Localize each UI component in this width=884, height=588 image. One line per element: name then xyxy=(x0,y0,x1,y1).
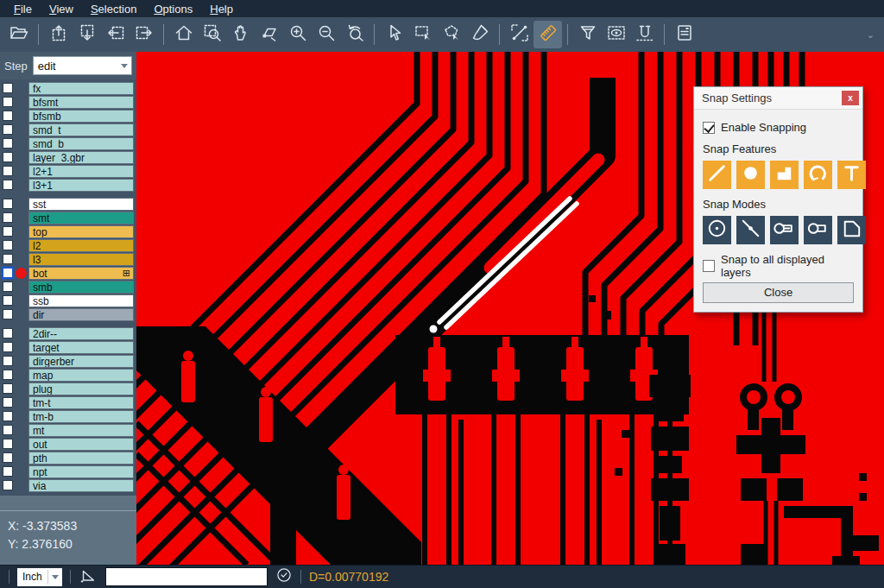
layer-visibility-checkbox[interactable] xyxy=(3,97,13,107)
layer-row-tm-t[interactable]: tm-t ⊞ xyxy=(0,396,136,409)
all-layers-row[interactable]: Snap to all displayed layers xyxy=(703,253,854,279)
layer-visibility-checkbox[interactable] xyxy=(3,425,13,435)
snap-mode-outline-button[interactable] xyxy=(837,216,866,244)
layer-row-bfsmb[interactable]: bfsmb ⊞ xyxy=(0,110,136,123)
select-button[interactable] xyxy=(380,21,408,48)
layer-visibility-checkbox[interactable] xyxy=(3,383,13,394)
snap-button[interactable] xyxy=(630,21,659,48)
zoom-home-button[interactable] xyxy=(169,21,198,48)
layer-visibility-checkbox[interactable] xyxy=(3,199,13,209)
layer-name[interactable]: bot xyxy=(28,267,134,280)
snap-all-layers-checkbox[interactable] xyxy=(703,260,715,272)
pan-down-button[interactable] xyxy=(73,21,101,48)
layer-name[interactable]: 2dir-- xyxy=(28,327,134,340)
snap-feature-surface-button[interactable] xyxy=(770,161,799,189)
layer-name[interactable]: bfsmb xyxy=(28,110,134,123)
layer-name[interactable]: out xyxy=(28,438,134,451)
menu-selection[interactable]: Selection xyxy=(82,2,145,16)
layer-row-mt[interactable]: mt ⊞ xyxy=(0,424,136,437)
layer-name[interactable]: l3+1 xyxy=(28,179,134,192)
layer-visibility-checkbox[interactable] xyxy=(3,466,13,477)
layer-visibility-checkbox[interactable] xyxy=(3,439,13,449)
layer-visibility-checkbox[interactable] xyxy=(3,268,13,278)
report-button[interactable] xyxy=(670,21,698,48)
snap-feature-pad-button[interactable] xyxy=(736,161,765,189)
layer-name[interactable]: npt xyxy=(28,465,134,478)
zoom-window-button[interactable] xyxy=(198,21,226,48)
step-select[interactable]: edit xyxy=(33,56,132,75)
layer-visibility-checkbox[interactable] xyxy=(3,111,13,121)
snap-feature-text-button[interactable] xyxy=(837,161,866,189)
zoom-previous-button[interactable] xyxy=(340,21,369,48)
layer-row-bfsmt[interactable]: bfsmt ⊞ xyxy=(0,96,136,109)
filter-button[interactable] xyxy=(573,21,602,48)
layer-row-l2[interactable]: l2 ⊞ xyxy=(0,239,136,252)
layer-visibility-checkbox[interactable] xyxy=(3,180,13,190)
layer-row-smb[interactable]: smb ⊞ xyxy=(0,281,136,294)
snap-mode-entry-open-button[interactable] xyxy=(804,216,832,244)
layer-name[interactable]: fx xyxy=(28,82,134,95)
command-input[interactable] xyxy=(105,567,268,586)
layer-visibility-checkbox[interactable] xyxy=(3,240,13,250)
snap-mode-center-button[interactable] xyxy=(703,216,731,244)
layer-row-via[interactable]: via ⊞ xyxy=(0,479,136,492)
pcb-canvas[interactable]: Snap Settings x Enable Snapping Snap Fea… xyxy=(136,52,884,565)
layer-visibility-checkbox[interactable] xyxy=(3,254,13,264)
layer-name[interactable]: sst xyxy=(28,198,134,211)
layer-name[interactable]: smd_t xyxy=(28,123,134,136)
layer-name[interactable]: l2+1 xyxy=(28,165,134,178)
close-icon[interactable]: x xyxy=(842,91,859,105)
layer-visibility-checkbox[interactable] xyxy=(3,397,13,408)
enable-snapping-row[interactable]: Enable Snapping xyxy=(703,121,854,134)
corner-angle-icon[interactable] xyxy=(79,566,98,588)
layer-name[interactable]: mt xyxy=(28,424,134,437)
layer-row-map[interactable]: map ⊞ xyxy=(0,369,136,382)
pan-hand-button[interactable] xyxy=(226,21,255,48)
layer-row-tm-b[interactable]: tm-b ⊞ xyxy=(0,410,136,423)
layer-name[interactable]: ssb xyxy=(28,294,134,307)
layer-name[interactable]: tm-b xyxy=(28,410,134,423)
layer-visibility-checkbox[interactable] xyxy=(3,370,13,380)
unit-select[interactable]: Inch xyxy=(17,568,62,586)
select-rectangle-button[interactable] xyxy=(408,21,437,48)
layer-row-npt[interactable]: npt ⊞ xyxy=(0,465,136,478)
clear-selection-button[interactable] xyxy=(465,21,494,48)
menu-file[interactable]: File xyxy=(5,2,41,16)
measure-distance-button[interactable] xyxy=(505,21,534,48)
measure-ruler-button[interactable] xyxy=(534,21,562,48)
layer-visibility-checkbox[interactable] xyxy=(3,212,13,223)
layer-row-l2+1[interactable]: l2+1 ⊞ xyxy=(0,165,136,178)
layer-row-top[interactable]: top ⊞ xyxy=(0,225,136,238)
menu-options[interactable]: Options xyxy=(145,2,201,16)
layer-visibility-checkbox[interactable] xyxy=(3,480,13,490)
layer-name[interactable]: via xyxy=(28,479,134,492)
view-options-button[interactable] xyxy=(602,21,630,48)
layer-visibility-checkbox[interactable] xyxy=(3,166,13,176)
layer-name[interactable]: dirgerber xyxy=(28,355,134,368)
layer-name[interactable]: smt xyxy=(28,212,134,224)
layer-row-smt[interactable]: smt ⊞ xyxy=(0,212,136,224)
layer-row-2dir--[interactable]: 2dir-- ⊞ xyxy=(0,327,136,340)
layer-visibility-checkbox[interactable] xyxy=(3,152,13,162)
layer-row-plug[interactable]: plug ⊞ xyxy=(0,383,136,395)
layer-name[interactable]: smb xyxy=(28,281,134,294)
zoom-out-button[interactable] xyxy=(312,21,340,48)
layer-visibility-checkbox[interactable] xyxy=(3,83,13,93)
snap-feature-arc-button[interactable] xyxy=(804,161,832,189)
layer-visibility-checkbox[interactable] xyxy=(3,452,13,463)
layer-row-l3+1[interactable]: l3+1 ⊞ xyxy=(0,179,136,192)
zoom-selection-button[interactable] xyxy=(255,21,283,48)
select-polygon-button[interactable] xyxy=(437,21,465,48)
pan-up-button[interactable] xyxy=(44,21,73,48)
layer-name[interactable]: bfsmt xyxy=(28,96,134,109)
snap-feature-line-button[interactable] xyxy=(703,161,731,189)
pan-right-button[interactable] xyxy=(129,21,158,48)
layer-row-layer_3.gbr[interactable]: layer_3.gbr ⊞ xyxy=(0,151,136,164)
sync-check-icon[interactable] xyxy=(275,566,293,587)
layer-name[interactable]: layer_3.gbr xyxy=(28,151,134,164)
layer-name[interactable]: map xyxy=(28,369,134,382)
zoom-in-button[interactable] xyxy=(283,21,312,48)
layer-row-fx[interactable]: fx ⊞ xyxy=(0,82,136,95)
layer-visibility-checkbox[interactable] xyxy=(3,138,13,149)
menu-help[interactable]: Help xyxy=(201,2,242,16)
